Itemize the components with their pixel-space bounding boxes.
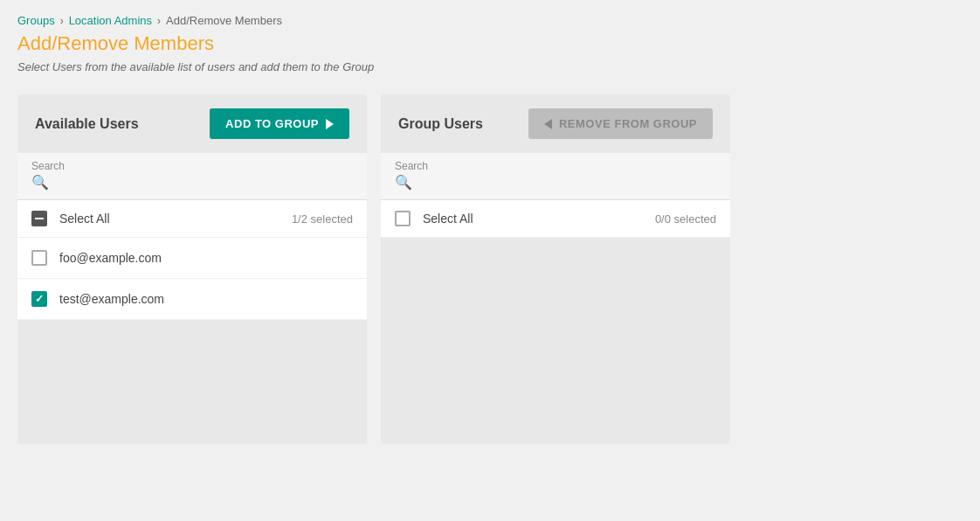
available-panel-title: Available Users xyxy=(35,116,139,132)
group-select-all-checkbox[interactable] xyxy=(395,211,411,226)
breadcrumb-groups-link[interactable]: Groups xyxy=(17,14,55,27)
available-search-icon-row: 🔍 xyxy=(31,174,353,191)
page-subtitle: Select Users from the available list of … xyxy=(17,60,963,73)
available-select-all-row[interactable]: Select All 1/2 selected xyxy=(17,200,367,238)
page-title: Add/Remove Members xyxy=(17,32,963,55)
available-list-area: Select All 1/2 selected foo@example.com … xyxy=(17,200,367,320)
user-test-email: test@example.com xyxy=(59,292,164,306)
group-select-all-label: Select All xyxy=(423,212,473,226)
user-test-checkbox[interactable] xyxy=(31,291,47,307)
available-select-all-left: Select All xyxy=(31,211,110,226)
available-users-panel: Available Users ADD TO GROUP Search 🔍 Se… xyxy=(17,94,367,444)
list-item[interactable]: foo@example.com xyxy=(17,238,367,279)
group-list-area: Select All 0/0 selected xyxy=(381,200,730,238)
remove-from-group-button[interactable]: REMOVE FROM GROUP xyxy=(528,108,713,139)
add-to-group-label: ADD TO GROUP xyxy=(225,117,319,130)
user-foo-email: foo@example.com xyxy=(59,251,162,265)
group-search-icon: 🔍 xyxy=(395,174,412,191)
user-foo-checkbox[interactable] xyxy=(31,250,47,266)
available-panel-header: Available Users ADD TO GROUP xyxy=(17,94,367,153)
group-users-panel: Group Users REMOVE FROM GROUP Search 🔍 S… xyxy=(381,94,730,444)
group-select-all-left: Select All xyxy=(395,211,473,226)
group-search-icon-row: 🔍 xyxy=(395,174,716,191)
breadcrumb-sep1: › xyxy=(60,15,64,27)
breadcrumb-current: Add/Remove Members xyxy=(166,14,282,27)
available-search-label: Search xyxy=(31,160,353,172)
available-search-area: Search 🔍 xyxy=(17,153,367,200)
available-select-all-label: Select All xyxy=(59,212,110,226)
add-to-group-button[interactable]: ADD TO GROUP xyxy=(210,108,349,139)
list-item[interactable]: test@example.com xyxy=(17,279,367,320)
breadcrumb: Groups › Location Admins › Add/Remove Me… xyxy=(17,14,963,27)
available-search-icon: 🔍 xyxy=(31,174,49,191)
group-panel-title: Group Users xyxy=(398,116,483,132)
group-selected-count: 0/0 selected xyxy=(655,212,716,226)
group-panel-header: Group Users REMOVE FROM GROUP xyxy=(381,94,730,153)
group-search-area: Search 🔍 xyxy=(381,153,730,200)
breadcrumb-sep2: › xyxy=(157,15,161,27)
group-search-label: Search xyxy=(395,160,716,172)
panels-container: Available Users ADD TO GROUP Search 🔍 Se… xyxy=(17,94,963,444)
arrow-right-icon xyxy=(326,119,334,129)
breadcrumb-location-admins-link[interactable]: Location Admins xyxy=(69,14,152,27)
arrow-left-icon xyxy=(544,119,552,129)
available-selected-count: 1/2 selected xyxy=(292,212,353,226)
group-select-all-row[interactable]: Select All 0/0 selected xyxy=(381,200,730,238)
remove-from-group-label: REMOVE FROM GROUP xyxy=(559,117,697,130)
available-select-all-checkbox[interactable] xyxy=(31,211,47,226)
